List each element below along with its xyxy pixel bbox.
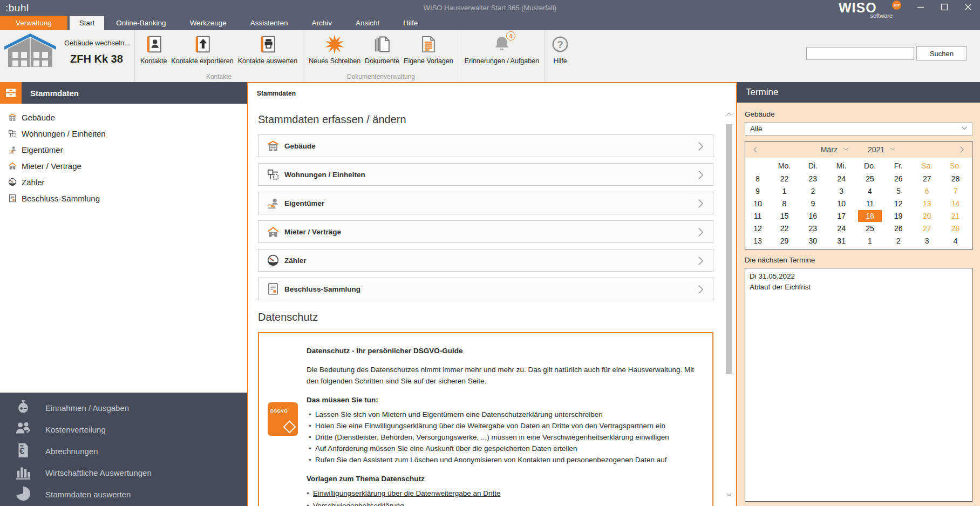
sidebar-item-label: Mieter / Verträge xyxy=(22,161,81,171)
month-select[interactable]: März xyxy=(821,145,849,154)
sidebar-item-zähler[interactable]: Zähler xyxy=(0,174,247,190)
card-mieter-verträge[interactable]: Mieter / Verträge xyxy=(258,220,713,243)
calendar-day-20[interactable]: 20 xyxy=(913,210,941,222)
calendar-day-12[interactable]: 12 xyxy=(884,198,913,210)
calendar-day-24[interactable]: 24 xyxy=(827,222,856,235)
ribbon-button-eigene-vorlagen[interactable]: Eigene Vorlagen xyxy=(401,30,455,65)
ribbon-button-neues-schreiben[interactable]: Neues Schreiben xyxy=(307,30,363,65)
close-button[interactable] xyxy=(956,0,980,16)
calendar-day-22[interactable]: 22 xyxy=(770,173,799,185)
scroll-down-icon[interactable] xyxy=(725,491,733,498)
ribbon-button-kontakte-exportieren[interactable]: Kontakte exportieren xyxy=(169,30,235,65)
calendar-day-value: 8 xyxy=(782,199,787,208)
card-wohnungen-einheiten[interactable]: Wohnungen / Einheiten xyxy=(258,163,713,186)
calendar-day-26[interactable]: 26 xyxy=(884,173,913,185)
calendar-day-value: 12 xyxy=(894,199,903,208)
year-select[interactable]: 2021 xyxy=(868,145,896,154)
tab-start[interactable]: Start xyxy=(70,16,105,30)
calendar-day-14[interactable]: 14 xyxy=(941,198,970,210)
calendar-day-28[interactable]: 28 xyxy=(941,222,970,235)
calendar-day-3[interactable]: 3 xyxy=(827,185,856,198)
sidebar-item-wohnungen-einheiten[interactable]: Wohnungen / Einheiten xyxy=(0,125,247,141)
sidebar-item-mieter-verträge[interactable]: Mieter / Verträge xyxy=(0,158,247,174)
calendar-day-10[interactable]: 10 xyxy=(827,198,856,210)
calendar-day-27[interactable]: 27 xyxy=(913,222,941,235)
calendar-next-button[interactable] xyxy=(956,145,968,154)
calendar-day-6[interactable]: 6 xyxy=(913,185,941,198)
calendar-day-2[interactable]: 2 xyxy=(799,185,827,198)
calendar-day-23[interactable]: 23 xyxy=(799,173,827,185)
sidebar-section-einnahmen-ausgaben[interactable]: Einnahmen / Ausgaben xyxy=(0,397,247,419)
calendar-day-7[interactable]: 7 xyxy=(941,185,970,198)
maximize-button[interactable] xyxy=(933,0,956,16)
building-switch-label[interactable]: Gebäude wechseln... xyxy=(64,39,130,47)
calendar-day-29[interactable]: 29 xyxy=(770,235,799,247)
card-beschluss-sammlung[interactable]: Beschluss-Sammlung xyxy=(258,278,713,300)
tab-verwaltung[interactable]: Verwaltung xyxy=(0,16,67,30)
calendar-day-value: 27 xyxy=(923,224,931,233)
sidebar-section-stammdaten-auswerten[interactable]: Stammdaten auswerten xyxy=(0,483,247,505)
calendar-day-23[interactable]: 23 xyxy=(799,222,827,235)
calendar-day-18-selected[interactable]: 18 xyxy=(856,210,884,222)
ribbon-button-label: Dokumente xyxy=(365,57,399,65)
calendar-day-11[interactable]: 11 xyxy=(856,198,884,210)
calendar-day-30[interactable]: 30 xyxy=(799,235,827,247)
template-link-verschwiegenheitserklärung[interactable]: Verschwiegenheitserklärung xyxy=(313,502,404,506)
calendar-day-9[interactable]: 9 xyxy=(799,198,827,210)
template-link-einwilligungserklärung-über-die-datenweitergabe-an-dritte[interactable]: Einwilligungserklärung über die Datenwei… xyxy=(313,489,500,497)
card-zähler[interactable]: Zähler xyxy=(258,249,713,272)
tab-archiv[interactable]: Archiv xyxy=(300,16,344,30)
ribbon-button-kontakte[interactable]: Kontakte xyxy=(138,30,169,65)
calendar-day-31[interactable]: 31 xyxy=(827,235,856,247)
calendar-day-8[interactable]: 8 xyxy=(770,198,799,210)
calendar-day-17[interactable]: 17 xyxy=(827,210,856,222)
building-selector[interactable]: Gebäude wechseln... ZFH Kk 38 xyxy=(0,30,135,82)
ribbon-button-erinnerungen-aufgaben[interactable]: 4Erinnerungen / Aufgaben xyxy=(462,30,541,65)
sidebar-item-beschluss-sammlung[interactable]: Beschluss-Sammlung xyxy=(0,190,247,206)
ribbon-button-hilfe[interactable]: ?Hilfe xyxy=(548,30,572,65)
search-input[interactable] xyxy=(806,47,914,60)
card-eigentümer[interactable]: Eigentümer xyxy=(258,192,713,214)
minimize-button[interactable] xyxy=(909,0,933,16)
scroll-up-icon[interactable] xyxy=(725,110,733,118)
calendar-day-15[interactable]: 15 xyxy=(770,210,799,222)
sidebar-item-eigentümer[interactable]: Eigentümer xyxy=(0,141,247,158)
tab-assistenten[interactable]: Assistenten xyxy=(239,16,300,30)
sidebar-section-wirtschaftliche-auswertungen[interactable]: Wirtschaftliche Auswertungen xyxy=(0,462,247,483)
calendar-day-27[interactable]: 27 xyxy=(913,173,941,185)
calendar-day-21[interactable]: 21 xyxy=(941,210,970,222)
tab-ansicht[interactable]: Ansicht xyxy=(344,16,391,30)
calendar-day-28[interactable]: 28 xyxy=(941,173,970,185)
calendar-day-13[interactable]: 13 xyxy=(913,198,941,210)
calendar-day-24[interactable]: 24 xyxy=(827,173,856,185)
calendar-day-26[interactable]: 26 xyxy=(884,222,913,235)
calendar-day-19[interactable]: 19 xyxy=(884,210,913,222)
ribbon-button-kontakte-auswerten[interactable]: Kontakte auswerten xyxy=(236,30,300,65)
search-button[interactable]: Suchen xyxy=(916,46,967,60)
calendar-day-25[interactable]: 25 xyxy=(856,222,884,235)
calendar-day-2[interactable]: 2 xyxy=(884,235,913,247)
sidebar-section-abrechnungen[interactable]: €Abrechnungen xyxy=(0,440,247,462)
calendar-day-16[interactable]: 16 xyxy=(799,210,827,222)
vertical-scrollbar[interactable] xyxy=(725,110,733,498)
calendar-day-1[interactable]: 1 xyxy=(856,235,884,247)
calendar-day-22[interactable]: 22 xyxy=(770,222,799,235)
sidebar-item-gebäude[interactable]: Gebäude xyxy=(0,109,247,125)
tab-hilfe[interactable]: Hilfe xyxy=(391,16,430,30)
tab-online-banking[interactable]: Online-Banking xyxy=(104,16,178,30)
scroll-thumb[interactable] xyxy=(726,124,732,374)
ribbon-button-dokumente[interactable]: Dokumente xyxy=(363,30,401,65)
sidebar-section-kostenverteilung[interactable]: €Kostenverteilung xyxy=(0,419,247,440)
sidebar-header-stammdaten[interactable]: Stammdaten xyxy=(0,82,247,104)
building-filter-select[interactable]: Alle xyxy=(745,122,972,136)
calendar-day-4[interactable]: 4 xyxy=(856,185,884,198)
calendar-prev-button[interactable] xyxy=(750,145,761,154)
calendar-day-4[interactable]: 4 xyxy=(941,235,970,247)
card-gebäude[interactable]: Gebäude xyxy=(258,134,713,157)
calendar-day-1[interactable]: 1 xyxy=(770,185,799,198)
calendar-day-25[interactable]: 25 xyxy=(856,173,884,185)
calendar-day-5[interactable]: 5 xyxy=(884,185,913,198)
termine-entry[interactable]: Di 31.05.2022Ablauf der Eichfrist xyxy=(750,271,968,293)
tab-werkzeuge[interactable]: Werkzeuge xyxy=(178,16,239,30)
calendar-day-3[interactable]: 3 xyxy=(913,235,941,247)
